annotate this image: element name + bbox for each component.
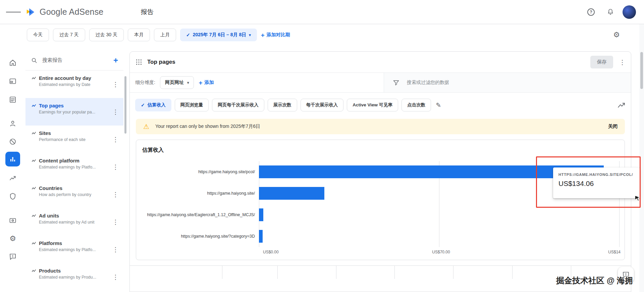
date-preset-this-month[interactable]: 本月: [128, 29, 150, 41]
date-filter-bar: 今天 过去 7 天 过去 30 天 本月 上月 ✓ 2025年 7月 6日 – …: [27, 26, 624, 44]
sidebar-item-platforms[interactable]: Platforms Estimated earnings by Platfo..…: [25, 236, 123, 263]
date-preset-last-month[interactable]: 上月: [154, 29, 176, 41]
metric-chip-impression-rpm[interactable]: 每千次展示收入: [301, 99, 344, 111]
help-icon[interactable]: ?: [584, 5, 598, 19]
table-cell: [395, 266, 453, 279]
drag-grid-icon[interactable]: [135, 58, 143, 66]
page-scrollbar[interactable]: [639, 24, 644, 292]
search-icon: [31, 57, 38, 64]
metric-label: 每千次展示收入: [306, 102, 338, 108]
add-report-button[interactable]: +: [113, 56, 118, 65]
chart-title: 估算收入: [142, 147, 619, 154]
report-title: Sites: [39, 130, 51, 136]
save-button[interactable]: 保存: [590, 56, 613, 68]
bar-category-3d[interactable]: [259, 230, 263, 243]
chevron-down-icon: ▾: [249, 33, 251, 37]
bar-eaglercraft[interactable]: [259, 208, 263, 221]
sidebar-item-entire-account[interactable]: Entire account by day Estimated earnings…: [25, 70, 123, 98]
chart-category-labels: https://game.haiyong.site/pcol/ https://…: [142, 161, 259, 247]
report-line-icon: [32, 269, 36, 273]
payments-icon[interactable]: [5, 213, 20, 228]
ads-icon[interactable]: [5, 74, 20, 89]
metric-chip-impressions[interactable]: 展示次数: [268, 99, 297, 111]
check-icon: ✓: [141, 102, 145, 108]
reports-sidebar: 搜索报告 + Entire account by day Estimated e…: [25, 50, 123, 292]
more-options-icon[interactable]: ⋮: [112, 273, 119, 281]
adsense-reports-page: Google AdSense 报告 ?: [0, 0, 644, 292]
blocking-controls-icon[interactable]: [5, 134, 20, 149]
data-filter-box[interactable]: 搜索或过滤您的数据: [384, 73, 631, 92]
category-label: https://game.haiyong.site/pcol/: [142, 161, 259, 183]
sidebar-item-sites[interactable]: Sites Performance of each site ⋮: [25, 126, 123, 153]
adsense-logo[interactable]: Google AdSense: [25, 7, 103, 17]
search-placeholder: 搜索报告: [42, 57, 113, 63]
date-preset-30days[interactable]: 过去 30 天: [89, 29, 124, 41]
warning-icon: ⚠: [143, 123, 149, 131]
bar-chart: https://game.haiyong.site/pcol/ https://…: [142, 161, 619, 247]
sidebar-item-top-pages[interactable]: Top pages Earnings for your popular pa..…: [25, 98, 123, 126]
sidebar-scrollbar[interactable]: [124, 76, 126, 134]
date-preset-7days[interactable]: 过去 7 天: [53, 29, 85, 41]
dimension-dropdown[interactable]: 网页网址 ▾: [160, 76, 194, 89]
menu-icon[interactable]: [6, 5, 21, 19]
tooltip-url: HTTPS://GAME.HAIYONG.SITE/PCOL/: [558, 173, 634, 177]
avatar[interactable]: [623, 5, 636, 19]
metric-chips-row: ✓ 估算收入 网页浏览量 网页每千次展示收入 展示次数 每千次展示收入 Acti…: [130, 93, 631, 116]
bar-row: [259, 204, 619, 226]
metric-label: 展示次数: [273, 102, 291, 108]
report-settings-gear-icon[interactable]: ⚙: [609, 28, 624, 42]
sidebar-item-ad-units[interactable]: Ad units Estimated earnings by Ad unit ⋮: [25, 208, 123, 236]
adsense-logo-icon: [25, 7, 36, 17]
optimization-icon[interactable]: [5, 171, 20, 186]
metric-chip-page-views[interactable]: 网页浏览量: [175, 99, 209, 111]
feedback-icon[interactable]: [5, 249, 20, 264]
sidebar-item-products[interactable]: Products Estimated earnings by Produ... …: [25, 263, 123, 291]
settings-icon[interactable]: ⚙: [5, 231, 20, 246]
metric-label: 估算收入: [148, 102, 166, 108]
more-options-icon[interactable]: ⋮: [112, 81, 119, 88]
more-options-icon[interactable]: ⋮: [112, 246, 119, 253]
sidebar-item-content-platform[interactable]: Content platform Estimated earnings by P…: [25, 153, 123, 181]
metric-chip-active-view[interactable]: Active View 可见率: [347, 99, 398, 111]
report-subtitle: Earnings for your popular pa...: [39, 110, 110, 114]
add-comparison-button[interactable]: + 添加对比期: [261, 32, 290, 38]
reports-icon[interactable]: [5, 152, 20, 166]
table-cell: [222, 266, 278, 279]
notifications-icon[interactable]: [603, 5, 618, 19]
edit-metrics-icon[interactable]: ✎: [436, 101, 441, 109]
table-cell: [453, 266, 513, 279]
date-preset-today[interactable]: 今天: [27, 29, 49, 41]
warning-close-button[interactable]: 关闭: [608, 124, 618, 130]
more-options-icon[interactable]: ⋮: [112, 163, 119, 171]
bar-root[interactable]: [259, 187, 324, 200]
report-title-heading: Top pages: [147, 59, 175, 65]
bar-pcol[interactable]: [259, 165, 604, 178]
more-options-icon[interactable]: ⋮: [112, 108, 119, 116]
dimension-value: 网页网址: [165, 80, 184, 86]
panel-more-options-icon[interactable]: ⋮: [619, 58, 626, 66]
metric-chip-estimated-earnings[interactable]: ✓ 估算收入: [135, 99, 171, 111]
more-options-icon[interactable]: ⋮: [112, 191, 119, 198]
add-dimension-button[interactable]: + 添加: [199, 80, 214, 86]
metric-chip-clicks[interactable]: 点击次数: [401, 99, 431, 111]
account-icon[interactable]: [5, 116, 20, 131]
chart-toggle-icon[interactable]: [618, 101, 626, 109]
metric-label: 网页浏览量: [180, 102, 203, 108]
more-options-icon[interactable]: ⋮: [112, 218, 119, 226]
report-search[interactable]: 搜索报告 +: [25, 50, 123, 70]
report-line-icon: [32, 131, 36, 135]
x-tick: US$14: [608, 250, 621, 254]
sites-icon[interactable]: [5, 92, 20, 107]
more-options-icon[interactable]: ⋮: [112, 136, 119, 143]
date-range-selector[interactable]: ✓ 2025年 7月 6日 – 8月 8日 ▾: [180, 29, 257, 41]
filter-placeholder: 搜索或过滤您的数据: [407, 80, 449, 86]
report-title: Products: [39, 268, 61, 274]
scrollbar-thumb[interactable]: [640, 52, 643, 89]
topbar-actions: ?: [584, 5, 638, 19]
home-icon[interactable]: [5, 55, 20, 70]
sidebar-item-countries[interactable]: Countries How ads perform by country ⋮: [25, 181, 123, 208]
category-label: https://game.haiyong.site/: [142, 183, 259, 204]
breakdown-filter-row: 细分维度: 网页网址 ▾ + 添加 搜索或过滤您的数据: [130, 72, 631, 93]
metric-chip-page-rpm[interactable]: 网页每千次展示收入: [212, 99, 264, 111]
policy-center-icon[interactable]: [5, 189, 20, 204]
